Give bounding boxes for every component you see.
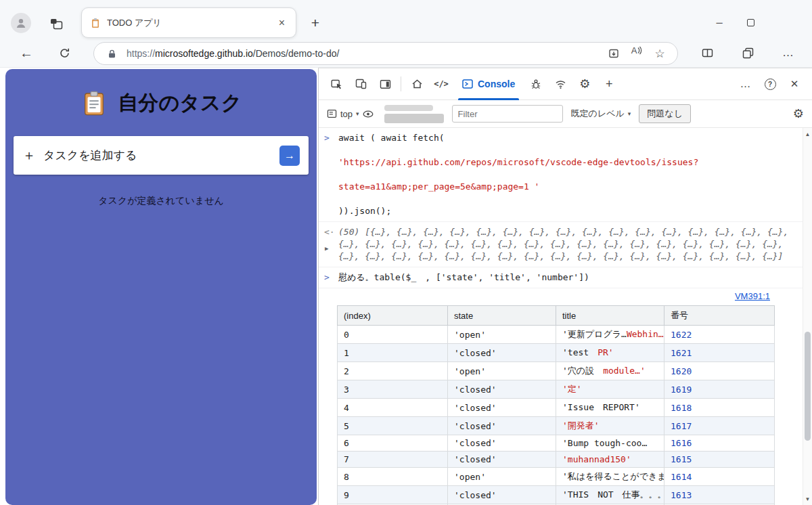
command-code: await ( await fetch( 'https://api.github… [338,132,796,217]
cell-number: 1618 [664,399,775,417]
favorites-star-icon[interactable]: ☆ [652,45,668,62]
console-icon [462,79,473,89]
scrollbar[interactable]: ▲ ▼ [803,128,812,505]
scroll-up-icon[interactable]: ▲ [803,129,812,139]
tab-sources[interactable]: </> [429,72,453,95]
todo-title: 自分のタスク [118,89,242,117]
maximize-button[interactable] [738,14,763,32]
console-settings-icon[interactable]: ⚙ [793,106,804,121]
table-row: 4'closed''Issue REPORT'1618 [338,399,775,417]
browser-window: TODO アプリ × + ─ ← https://microsoftedge.g… [0,0,812,505]
devtools-panel: </> Console ⚙ + … ? ✕ top ▾ [318,68,812,505]
source-link-row: VM391:1 [319,288,803,303]
devtools-close-icon[interactable]: ✕ [782,72,807,95]
log-levels-dropdown[interactable]: 既定のレベル ▾ [571,108,631,120]
submit-task-button[interactable]: → [279,146,300,166]
table-row: 7'closed''muhannad150'1615 [338,452,775,468]
console-table-header-row: (index)statetitle番号 [338,306,775,326]
cell-title: 'muhannad150' [556,452,664,468]
console-table: (index)statetitle番号 0'open''更新プログラ…Webhi… [337,305,775,505]
cell-number: 1621 [664,344,775,362]
cell-state: 'open' [448,326,556,344]
add-tools-icon[interactable]: + [597,72,621,95]
console-result: <· ▶ (50) [{…}, {…}, {…}, {…}, {…}, {…},… [319,222,803,267]
url-scheme: https:// [127,48,155,59]
table-header-cell[interactable]: state [448,306,556,326]
source-link[interactable]: VM391:1 [735,291,770,301]
read-aloud-icon[interactable]: A [629,45,645,62]
cell-title: '私はを得ることができます [556,468,664,486]
browser-tab[interactable]: TODO アプリ × [81,7,296,38]
back-button[interactable]: ← [16,43,37,63]
dock-side-icon[interactable] [373,72,397,95]
minimize-button[interactable]: ─ [706,14,732,32]
tab-actions-icon[interactable] [47,15,65,32]
eye-icon [363,110,374,118]
address-bar[interactable]: https://microsoftedge.github.io/Demos/de… [93,42,678,65]
refresh-button[interactable] [54,43,74,63]
tab-console[interactable]: Console [453,68,524,100]
code-line: )).json(); [338,206,391,216]
cell-index: 7 [338,452,448,468]
devtools-toolbar: </> Console ⚙ + … ? ✕ [319,68,812,100]
browser-menu-icon[interactable]: … [778,43,798,63]
table-header-cell[interactable]: 番号 [664,306,775,326]
url-text: https://microsoftedge.github.io/Demos/de… [127,48,599,59]
todo-app-panel: 自分のタスク ＋ タスクを追加する → タスクが定義されていません [5,69,317,505]
loading-placeholder [384,105,444,123]
new-tab-button[interactable]: + [306,14,325,32]
console-tab-label: Console [478,79,515,89]
url-host: microsoftedge.github.io [155,48,253,59]
cell-title: 'Bump tough-coo… [556,435,664,452]
cell-title: '定' [556,380,664,399]
cell-index: 3 [338,380,448,399]
cell-index: 9 [338,486,448,504]
profile-avatar[interactable] [11,13,31,33]
inspect-element-icon[interactable] [324,72,348,95]
scroll-down-icon[interactable]: ▼ [803,494,812,504]
console-command: > 慰める。table($_ , ['state', 'title', 'num… [319,267,803,288]
home-icon[interactable] [405,72,429,95]
cell-title: 'Issue REPORT' [556,399,664,417]
code-line: await ( await fetch( [338,133,445,143]
toolbar-separator [401,76,401,91]
expand-triangle-icon[interactable]: ▶ [324,242,328,255]
app-install-icon[interactable] [606,45,622,62]
cell-state: 'closed' [448,452,556,468]
table-row: 1'closed''test PR'1621 [338,344,775,362]
console-table-body: 0'open''更新プログラ…Webhin…'16221'closed''tes… [338,326,775,505]
cell-title: 'test PR' [556,344,664,362]
refresh-icon [59,47,70,59]
prompt-chevron-icon: > [324,271,330,284]
site-info-lock-icon[interactable] [104,45,120,62]
console-filter-input[interactable] [452,105,563,123]
no-issues-button[interactable]: 問題なし [639,104,691,123]
cell-index: 4 [338,399,448,417]
table-row: 5'closed''開発者'1617 [338,417,775,435]
cell-number: 1615 [664,452,775,468]
network-wifi-icon[interactable] [548,72,572,95]
tab-favicon-clipboard-icon [90,18,101,28]
read-aloud-letter: A [631,45,637,56]
devtools-more-icon[interactable]: … [734,72,758,95]
cell-title: '開発者' [556,417,664,435]
return-value-icon: <· [324,226,335,238]
cell-index: 1 [338,344,448,362]
table-header-cell[interactable]: (index) [338,306,448,326]
scrollbar-thumb[interactable] [805,332,811,441]
todo-header: 自分のタスク [5,69,317,117]
add-task-button[interactable]: ＋ タスクを追加する → [14,136,309,175]
console-filter-bar: top ▾ 既定のレベル ▾ 問題なし ⚙ [319,100,812,128]
collections-icon[interactable] [738,43,758,63]
help-icon[interactable]: ? [758,72,782,95]
bug-icon[interactable] [524,72,548,95]
devtools-settings-icon[interactable]: ⚙ [572,72,597,95]
split-screen-icon[interactable] [697,43,717,63]
table-header-cell[interactable]: title [556,306,664,326]
tab-close-button[interactable]: × [276,16,288,30]
cell-state: 'closed' [448,380,556,399]
console-command: > await ( await fetch( 'https://api.gith… [319,128,803,222]
console-context-selector[interactable]: top ▾ [327,109,374,119]
log-levels-label: 既定のレベル [571,108,625,120]
device-toolbar-icon[interactable] [348,72,373,95]
